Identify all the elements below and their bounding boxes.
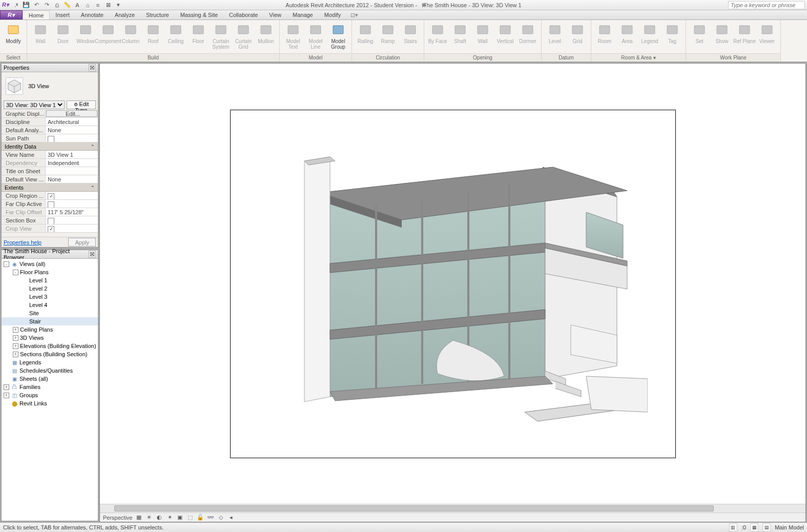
tree-item[interactable]: Level 1 bbox=[2, 276, 98, 284]
expand-icon[interactable]: + bbox=[13, 352, 18, 357]
expand-icon[interactable]: + bbox=[4, 384, 9, 390]
property-row[interactable]: Crop View bbox=[2, 224, 98, 233]
vertical-button[interactable]: Vertical bbox=[494, 21, 516, 50]
property-row[interactable]: Default Analy...None bbox=[2, 126, 98, 134]
component-button[interactable]: Component bbox=[97, 21, 119, 50]
rendering-icon[interactable]: ✶ bbox=[166, 514, 173, 521]
unlock-icon[interactable]: 🔓 bbox=[197, 514, 204, 521]
area-button[interactable]: Area bbox=[616, 21, 638, 50]
properties-help-link[interactable]: Properties help bbox=[4, 239, 42, 245]
nav-left-icon[interactable]: ◂ bbox=[227, 514, 235, 521]
expand-icon[interactable]: + bbox=[13, 343, 18, 349]
tree-item[interactable]: -◉Views (all) bbox=[2, 260, 98, 268]
open-icon[interactable]: ⭷ bbox=[12, 2, 19, 9]
app-menu-icon[interactable]: R▾ bbox=[2, 2, 9, 9]
workset-label[interactable]: Main Model bbox=[775, 524, 804, 530]
reveal-icon[interactable]: ◇ bbox=[217, 514, 224, 521]
text-icon[interactable]: A bbox=[74, 2, 81, 9]
column-button[interactable]: Column bbox=[119, 21, 142, 50]
model-group-button[interactable]: Model Group bbox=[327, 21, 349, 50]
tree-item[interactable]: +Ceiling Plans bbox=[2, 325, 98, 334]
property-row[interactable]: Far Clip Active bbox=[2, 200, 98, 208]
temp-hide-icon[interactable]: 👓 bbox=[207, 514, 214, 521]
legend-button[interactable]: Legend bbox=[638, 21, 661, 50]
ceiling-button[interactable]: Ceiling bbox=[164, 21, 187, 50]
property-row[interactable]: Far Clip Offset117' 5 25/128" bbox=[2, 208, 98, 216]
floor-button[interactable]: Floor bbox=[187, 21, 210, 50]
tree-item[interactable]: +3D Views bbox=[2, 334, 98, 342]
exclude-options-icon[interactable]: ▥ bbox=[729, 523, 737, 531]
dormer-button[interactable]: Dormer bbox=[516, 21, 539, 50]
tree-item[interactable]: +◫Groups bbox=[2, 391, 98, 399]
expand-icon[interactable]: + bbox=[13, 327, 18, 333]
tab-home[interactable]: Home bbox=[23, 10, 50, 19]
tree-item[interactable]: +Sections (Building Section) bbox=[2, 350, 98, 358]
save-icon[interactable]: 💾 bbox=[23, 2, 30, 9]
project-browser-tree[interactable]: -◉Views (all)-Floor PlansLevel 1Level 2L… bbox=[2, 259, 98, 521]
railing-button[interactable]: Railing bbox=[354, 21, 377, 50]
ribbon-extra-icon[interactable]: ⊡▾ bbox=[346, 10, 362, 19]
property-row[interactable]: Sun Path bbox=[2, 134, 98, 142]
property-row[interactable]: View Name3D View 1 bbox=[2, 151, 98, 159]
wall-button[interactable]: Wall bbox=[29, 21, 52, 50]
close-icon[interactable]: ☒ bbox=[89, 251, 96, 258]
instance-selector[interactable]: 3D View: 3D View 1 bbox=[4, 100, 65, 109]
drawing-canvas[interactable] bbox=[100, 64, 805, 504]
property-row[interactable]: Graphic Displ...Edit... bbox=[2, 110, 98, 118]
close-hidden-icon[interactable]: ⊠ bbox=[105, 2, 112, 9]
tree-item[interactable]: ▤Schedules/Quantities bbox=[2, 366, 98, 375]
window-button[interactable]: Window bbox=[74, 21, 97, 50]
tab-collaborate[interactable]: Collaborate bbox=[223, 10, 263, 19]
tree-item[interactable]: Site bbox=[2, 309, 98, 317]
ref-plane-button[interactable]: Ref Plane bbox=[733, 21, 756, 50]
apply-button[interactable]: Apply bbox=[68, 238, 96, 247]
undo-icon[interactable]: ↶ bbox=[33, 2, 40, 9]
grid-button[interactable]: Grid bbox=[566, 21, 589, 50]
tree-item[interactable]: ⬤Revit Links bbox=[2, 399, 98, 407]
tree-item[interactable]: Level 3 bbox=[2, 293, 98, 301]
app-button[interactable]: R▾ bbox=[0, 10, 23, 19]
redo-icon[interactable]: ↷ bbox=[43, 2, 50, 9]
type-selector[interactable]: 3D View bbox=[2, 72, 98, 100]
stairs-button[interactable]: Stairs bbox=[399, 21, 422, 50]
mullion-button[interactable]: Mullion bbox=[255, 21, 277, 50]
level-button[interactable]: Level bbox=[544, 21, 566, 50]
curtain-system-button[interactable]: Curtain System bbox=[210, 21, 232, 50]
expand-icon[interactable]: + bbox=[13, 335, 18, 341]
door-button[interactable]: Door bbox=[52, 21, 74, 50]
wall-open-button[interactable]: Wall bbox=[471, 21, 494, 50]
crop-region-icon[interactable]: ⬚ bbox=[187, 514, 194, 521]
tree-item[interactable]: Level 2 bbox=[2, 284, 98, 293]
show-button[interactable]: Show bbox=[711, 21, 733, 50]
property-row[interactable]: DisciplineArchitectural bbox=[2, 118, 98, 126]
properties-grid[interactable]: Graphic Displ...Edit...DisciplineArchite… bbox=[2, 110, 98, 237]
model-text-button[interactable]: Model Text bbox=[282, 21, 304, 50]
model-line-button[interactable]: Model Line bbox=[304, 21, 327, 50]
tab-analyze[interactable]: Analyze bbox=[109, 10, 140, 19]
property-row[interactable]: DependencyIndependent bbox=[2, 159, 98, 167]
tree-item[interactable]: +Elevations (Building Elevation) bbox=[2, 342, 98, 350]
expand-icon[interactable]: - bbox=[4, 261, 9, 267]
horizontal-scrollbar[interactable] bbox=[100, 504, 805, 513]
ramp-button[interactable]: Ramp bbox=[377, 21, 399, 50]
edit-type-button[interactable]: ⚙ Edit Type bbox=[67, 100, 96, 109]
shaft-button[interactable]: Shaft bbox=[449, 21, 471, 50]
print-icon[interactable]: ⎙ bbox=[53, 2, 60, 9]
tab-massing-site[interactable]: Massing & Site bbox=[175, 10, 223, 19]
view-mode[interactable]: Perspective bbox=[103, 515, 132, 521]
expand-icon[interactable]: + bbox=[4, 393, 9, 398]
tree-item[interactable]: -Floor Plans bbox=[2, 268, 98, 276]
expand-icon[interactable]: - bbox=[13, 270, 18, 275]
room-button[interactable]: Room bbox=[593, 21, 616, 50]
home-icon[interactable]: ⌂ bbox=[84, 2, 91, 9]
roof-button[interactable]: Roof bbox=[142, 21, 164, 50]
modify-button[interactable]: Modify bbox=[2, 21, 25, 50]
curtain-grid-button[interactable]: Curtain Grid bbox=[232, 21, 255, 50]
close-icon[interactable]: ☒ bbox=[89, 64, 96, 71]
project-browser-header[interactable]: The Smith House - Project Browser ☒ bbox=[2, 250, 98, 259]
editable-only-icon[interactable]: ▦ bbox=[750, 523, 758, 531]
tab-view[interactable]: View bbox=[263, 10, 287, 19]
tab-insert[interactable]: Insert bbox=[50, 10, 75, 19]
tab-structure[interactable]: Structure bbox=[140, 10, 175, 19]
property-row[interactable]: Default View ...None bbox=[2, 175, 98, 183]
